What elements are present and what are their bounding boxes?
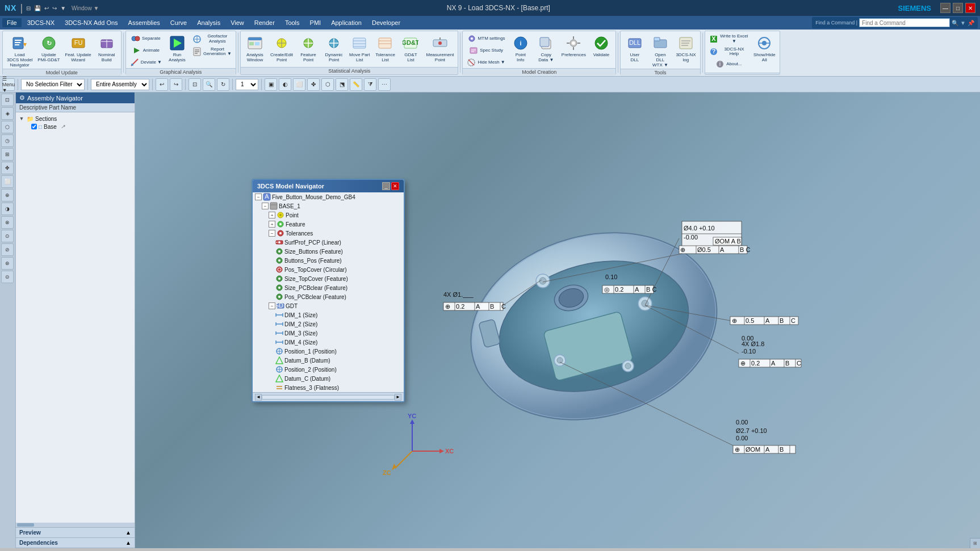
menu-3dcs-nx[interactable]: 3DCS-NX [23, 18, 59, 27]
sidebar-icon-6[interactable]: ✤ [1, 162, 14, 174]
orient-btn[interactable]: ⬡ [321, 78, 334, 91]
sidebar-icon-1[interactable]: ⊡ [1, 94, 14, 106]
menu-curve[interactable]: Curve [166, 18, 191, 27]
sidebar-icon-14[interactable]: ⊝ [1, 271, 14, 283]
tree-item-buttons-pos[interactable]: Buttons_Pos (Feature) [253, 256, 404, 265]
point-expand[interactable]: + [269, 212, 275, 218]
update-pmi-gdt-button[interactable]: ↻ UpdatePMI-GD&T [35, 33, 62, 64]
more-btn[interactable]: ⋯ [378, 78, 391, 91]
sidebar-icon-12[interactable]: ⊘ [1, 243, 14, 256]
tree-item-dim4[interactable]: DIM_4 (Size) [253, 338, 404, 347]
copy-data-button[interactable]: CopyData ▼ [534, 33, 559, 64]
measurement-point-button[interactable]: MeasurementPoint [424, 33, 456, 64]
about-button[interactable]: i About... [707, 58, 751, 70]
deviate-button[interactable]: Deviate ▼ [128, 57, 164, 68]
find-pin-icon[interactable]: 📌 [968, 20, 974, 26]
assembly-dropdown[interactable]: Entire Assembly [91, 79, 149, 90]
find-search-icon[interactable]: 🔍 [952, 20, 958, 26]
tree-item-five-button-mouse[interactable]: − A Five_Button_Mouse_Demo_GB4 [253, 192, 404, 201]
five-button-expand[interactable]: − [255, 194, 262, 200]
tree-item-dim1[interactable]: DIM_1 (Size) [253, 310, 404, 319]
menu-analysis[interactable]: Analysis [192, 18, 225, 27]
validate-button[interactable]: Validate [589, 33, 614, 59]
menu-developer[interactable]: Developer [367, 18, 405, 27]
snap-btn[interactable]: ✤ [307, 78, 320, 91]
floating-panel-minimize[interactable]: _ [382, 182, 390, 190]
dynamic-point-button[interactable]: DynamicPoint [321, 33, 346, 64]
separate-button[interactable]: Separate [128, 33, 164, 44]
menu-application[interactable]: Application [326, 18, 366, 27]
point-info-button[interactable]: i PointInfo [508, 33, 533, 64]
tree-item-pos-pcbclear[interactable]: Pos_PCBclear (Feature) [253, 292, 404, 301]
menu-view[interactable]: View [226, 18, 249, 27]
find-expand-icon[interactable]: ▼ [960, 20, 966, 26]
rotate-btn[interactable]: ↻ [217, 78, 229, 91]
window-menu-btn[interactable]: ⊟ [26, 5, 31, 11]
tree-item-datum-c[interactable]: Datum_C (Datum) [253, 374, 404, 383]
open-dll-wtx-button[interactable]: OpenDLLWTX ▼ [648, 33, 673, 69]
tree-item-dim2[interactable]: DIM_2 (Size) [253, 319, 404, 329]
tree-item-size-pcbclear[interactable]: Size_PCBclear (Feature) [253, 283, 404, 292]
window-menu-dropdown[interactable]: Window ▼ [72, 5, 99, 11]
tree-item-gdt[interactable]: − GDT GDT [253, 301, 404, 310]
gdt-list-button[interactable]: GD&T GD&TList [398, 33, 423, 64]
menu-dropdown-button[interactable]: ☰ Menu ▼ [2, 78, 15, 91]
tolerances-expand[interactable]: − [269, 230, 275, 237]
load-3dcs-model-navigator-button[interactable]: Load3DCS ModelNavigator [5, 33, 35, 69]
3dcs-nx-log-button[interactable]: 3DCS-NXlog [673, 33, 698, 64]
tree-item-base1[interactable]: − BASE_1 [253, 201, 404, 211]
sidebar-icon-5[interactable]: ⊞ [1, 148, 14, 161]
nav-horizontal-scroll[interactable] [16, 523, 135, 527]
zoom-btn[interactable]: 🔍 [203, 78, 215, 91]
sidebar-icon-7[interactable]: ⬜ [1, 175, 14, 188]
zoom-value-dropdown[interactable]: 1 [236, 79, 258, 90]
menu-pmi[interactable]: PMI [305, 18, 326, 27]
base1-expand[interactable]: − [262, 203, 269, 209]
tree-item-size-buttons[interactable]: Size_Buttons (Feature) [253, 247, 404, 256]
preferences-button[interactable]: Preferences [559, 33, 588, 59]
minimize-button[interactable]: — [940, 3, 950, 13]
find-command-input[interactable] [859, 18, 950, 27]
fp-nav-left[interactable]: ◄ [255, 394, 262, 401]
move-part-list-button[interactable]: Move PartList [347, 33, 372, 64]
fp-nav-right[interactable]: ► [395, 394, 401, 401]
quick-access-save[interactable]: 💾 [34, 5, 41, 11]
sidebar-icon-13[interactable]: ⊛ [1, 257, 14, 270]
geofactor-analysis-button[interactable]: Geofactor Analysis [190, 33, 234, 45]
shading-btn[interactable]: ◐ [279, 78, 291, 91]
3dcs-nx-help-button[interactable]: ? 3DCS-NX Help [707, 46, 751, 58]
tolerance-list-button[interactable]: ToleranceList [372, 33, 397, 64]
close-button[interactable]: ✕ [965, 3, 975, 13]
tree-item-flatness3[interactable]: Flatness_3 (Flatness) [253, 383, 404, 392]
menu-tools[interactable]: Tools [280, 18, 304, 27]
feat-update-wizard-button[interactable]: FU Feat. UpdateWizard [62, 33, 93, 64]
nav-base-item[interactable]: □ Base ↗ [16, 123, 135, 131]
gdt-expand[interactable]: − [269, 302, 275, 309]
maximize-button[interactable]: □ [953, 3, 963, 13]
floating-panel-close[interactable]: ✕ [391, 182, 399, 190]
quick-access-undo[interactable]: ↩ [44, 5, 49, 11]
tree-item-dim3[interactable]: DIM_3 (Size) [253, 329, 404, 338]
tree-item-tolerances[interactable]: − Tolerances [253, 229, 404, 238]
base-checkbox[interactable] [31, 124, 37, 129]
create-edit-point-button[interactable]: Create/EditPoint [268, 33, 295, 64]
sidebar-icon-9[interactable]: ◑ [1, 203, 14, 215]
selection-filter-dropdown[interactable]: No Selection Filter [21, 79, 85, 90]
tree-item-feature[interactable]: + Feature [253, 220, 404, 229]
sidebar-icon-8[interactable]: ⊕ [1, 189, 14, 201]
preview-panel-header[interactable]: Preview ▲ [16, 528, 135, 538]
mtm-settings-button[interactable]: MTM settings [464, 33, 507, 44]
feature-point-button[interactable]: FeaturePoint [296, 33, 321, 64]
tree-item-position2[interactable]: Position_2 (Position) [253, 365, 404, 374]
sidebar-icon-11[interactable]: ⊙ [1, 230, 14, 242]
report-generation-button[interactable]: Report Generation ▼ [190, 46, 234, 58]
sidebar-icon-4[interactable]: ◷ [1, 134, 14, 147]
clip-btn[interactable]: ⬔ [336, 78, 348, 91]
sidebar-icon-10[interactable]: ⊗ [1, 216, 14, 229]
layer-btn[interactable]: ⧩ [364, 78, 376, 91]
sidebar-icon-2[interactable]: ◈ [1, 107, 14, 120]
feature-expand[interactable]: + [269, 221, 275, 228]
dependencies-panel-header[interactable]: Dependencies ▲ [16, 538, 135, 548]
nominal-build-button[interactable]: NominalBuild [94, 33, 119, 64]
tree-item-surfprof[interactable]: SurfProf_PCP (Linear) [253, 238, 404, 247]
